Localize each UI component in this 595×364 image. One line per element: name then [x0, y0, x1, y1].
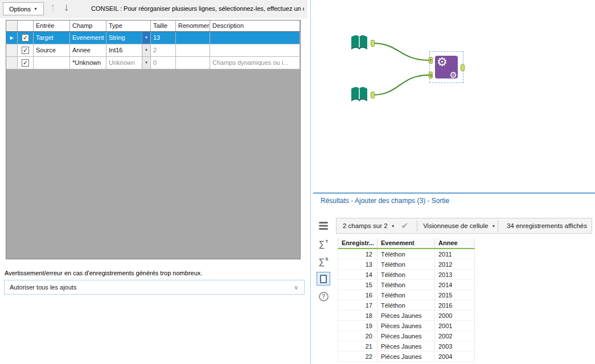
evenement-cell[interactable]: Pièces Jaunes — [377, 331, 435, 341]
results-row[interactable]: 12Téléthon2011 — [338, 249, 475, 259]
entree-cell[interactable] — [34, 57, 70, 69]
champ-cell[interactable]: Evenement — [70, 32, 106, 44]
checkbox-cell[interactable]: ✓ — [18, 57, 34, 69]
renommer-cell[interactable] — [176, 32, 210, 44]
field-checkbox[interactable]: ✓ — [22, 34, 29, 42]
annee-cell[interactable]: 2015 — [435, 290, 475, 300]
evenement-cell[interactable]: Pièces Jaunes — [377, 321, 435, 331]
evenement-cell[interactable]: Téléthon — [377, 290, 435, 300]
annee-cell[interactable]: 2013 — [435, 270, 475, 280]
type-dropdown-button[interactable]: ▼ — [142, 32, 150, 44]
evenement-cell[interactable]: Téléthon — [377, 249, 435, 259]
annee-cell[interactable]: 2001 — [435, 321, 475, 331]
annee-cell[interactable]: 2003 — [435, 341, 475, 351]
taille-cell[interactable]: 2 — [151, 44, 176, 56]
annee-cell[interactable]: 2000 — [435, 311, 475, 321]
results-row[interactable]: 13Téléthon2012 — [338, 259, 475, 270]
annee-column-header[interactable]: Annee — [435, 238, 475, 248]
config-table-row[interactable]: ▶✓TargetEvenementString▼13 — [6, 32, 300, 44]
evenement-cell[interactable]: Téléthon — [377, 270, 435, 280]
options-button[interactable]: Options ▼ — [3, 2, 44, 15]
record-id-cell[interactable]: 18 — [338, 311, 377, 321]
evenement-cell[interactable]: Pièces Jaunes — [377, 351, 435, 362]
champ-cell[interactable]: *Unknown — [70, 57, 106, 69]
output-anchor[interactable] — [461, 64, 465, 71]
input-anchor-s[interactable]: S — [429, 72, 433, 78]
record-id-cell[interactable]: 14 — [338, 270, 377, 280]
type-cell[interactable]: Int16▼ — [106, 44, 151, 56]
evenement-cell[interactable]: Téléthon — [377, 280, 435, 290]
type-dropdown-button[interactable]: ▼ — [142, 44, 150, 56]
vertical-splitter[interactable] — [310, 0, 311, 364]
evenement-column-header[interactable]: Evenement — [377, 238, 435, 248]
annee-cell[interactable]: 2004 — [435, 351, 475, 362]
annee-cell[interactable]: 2016 — [435, 300, 475, 311]
type-dropdown-button[interactable]: ▼ — [142, 57, 150, 69]
results-row[interactable]: 15Téléthon2014 — [338, 280, 475, 290]
connection-top[interactable] — [372, 43, 429, 60]
record-id-cell[interactable]: 17 — [338, 300, 377, 311]
results-row[interactable]: 16Téléthon2015 — [338, 290, 475, 300]
record-id-cell[interactable]: 13 — [338, 259, 377, 270]
output-anchor[interactable] — [371, 40, 375, 47]
record-id-column-header[interactable]: Enregistr... — [338, 238, 377, 248]
field-checkbox[interactable]: ✓ — [22, 59, 29, 67]
input-anchor-t[interactable]: T — [429, 57, 433, 64]
results-row[interactable]: 18Pièces Jaunes2000 — [338, 311, 475, 321]
results-row[interactable]: 17Téléthon2016 — [338, 300, 475, 311]
checkbox-cell[interactable]: ✓ — [18, 44, 34, 56]
record-id-cell[interactable]: 12 — [338, 249, 377, 259]
type-cell[interactable]: String▼ — [106, 32, 151, 44]
anchor-s-icon[interactable]: ∑S — [317, 254, 330, 268]
fields-dropdown[interactable]: 2 champs sur 2 ▼ — [341, 222, 397, 229]
record-id-cell[interactable]: 22 — [338, 351, 377, 362]
evenement-cell[interactable]: Pièces Jaunes — [377, 311, 435, 321]
description-cell[interactable]: Champs dynamiques ou i... — [210, 57, 300, 69]
cell-viewer-dropdown[interactable]: Visionneuse de cellule ▼ — [421, 222, 497, 229]
record-id-cell[interactable]: 20 — [338, 331, 377, 341]
annee-cell[interactable]: 2014 — [435, 280, 475, 290]
results-row[interactable]: 20Pièces Jaunes2002 — [338, 331, 475, 341]
description-cell[interactable] — [210, 32, 300, 44]
workflow-canvas[interactable]: ⚙ ⚙ T S — [313, 0, 595, 192]
entree-cell[interactable]: Target — [34, 32, 70, 44]
evenement-cell[interactable]: Pièces Jaunes — [377, 341, 435, 351]
evenement-cell[interactable]: Téléthon — [377, 259, 435, 270]
annee-cell[interactable]: 2012 — [435, 259, 475, 270]
results-row[interactable]: 19Pièces Jaunes2001 — [338, 321, 475, 331]
results-row[interactable]: 22Pièces Jaunes2004 — [338, 351, 475, 362]
renommer-cell[interactable] — [176, 57, 210, 69]
row-selector-cell[interactable] — [6, 57, 18, 69]
row-selector-cell[interactable]: ▶ — [6, 32, 18, 44]
annee-cell[interactable]: 2002 — [435, 331, 475, 341]
config-table-row[interactable]: ✓*UnknownUnknown▼0Champs dynamiques ou i… — [6, 57, 300, 69]
field-checkbox[interactable]: ✓ — [22, 47, 29, 54]
record-id-cell[interactable]: 16 — [338, 290, 377, 300]
move-down-icon[interactable]: ↓ — [64, 1, 69, 14]
record-id-cell[interactable]: 15 — [338, 280, 377, 290]
checkbox-cell[interactable]: ✓ — [18, 32, 34, 44]
type-cell[interactable]: Unknown▼ — [106, 57, 151, 69]
annee-cell[interactable]: 2011 — [435, 249, 475, 259]
move-up-icon[interactable]: ↑ — [50, 1, 56, 14]
help-icon[interactable]: ? — [317, 289, 330, 303]
config-table-row[interactable]: ✓SourceAnneeInt16▼2 — [6, 44, 300, 57]
entree-cell[interactable]: Source — [34, 44, 70, 56]
evenement-cell[interactable]: Téléthon — [377, 300, 435, 311]
record-id-cell[interactable]: 21 — [338, 341, 377, 351]
renommer-cell[interactable] — [176, 44, 210, 56]
champ-cell[interactable]: Annee — [70, 44, 106, 56]
anchor-t-icon[interactable]: ∑T — [317, 237, 330, 250]
input-data-tool-1[interactable] — [348, 32, 374, 55]
row-selector-cell[interactable] — [6, 44, 18, 56]
input-data-tool-2[interactable] — [348, 84, 374, 106]
connection-bottom[interactable] — [372, 75, 429, 95]
results-row[interactable]: 21Pièces Jaunes2003 — [338, 341, 475, 351]
output-anchor[interactable] — [371, 92, 375, 98]
append-fields-tool[interactable]: ⚙ ⚙ T S — [430, 52, 462, 82]
append-behavior-dropdown[interactable]: Autoriser tous les ajouts ∨ — [4, 280, 305, 295]
taille-cell[interactable]: 0 — [151, 57, 176, 69]
description-cell[interactable] — [210, 44, 300, 56]
taille-cell[interactable]: 13 — [151, 32, 176, 44]
record-id-cell[interactable]: 19 — [338, 321, 377, 331]
